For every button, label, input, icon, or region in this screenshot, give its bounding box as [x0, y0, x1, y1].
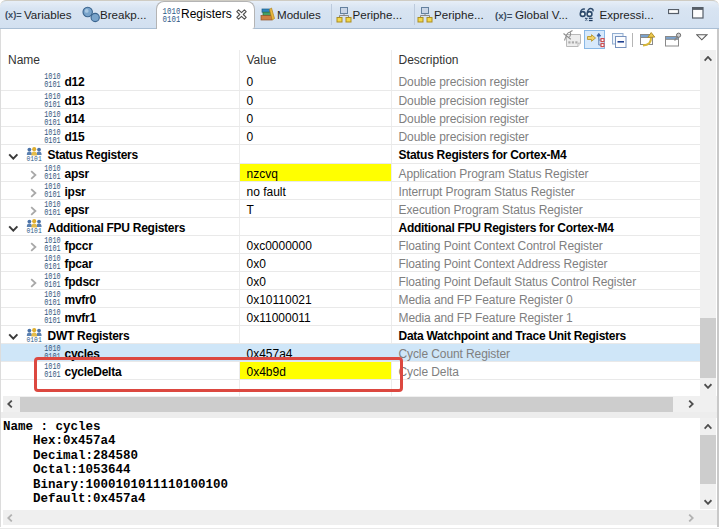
- svg-text:0101: 0101: [163, 14, 180, 23]
- svg-text:0101: 0101: [44, 297, 61, 307]
- svg-text:0101: 0101: [44, 279, 61, 289]
- svg-text:0101: 0101: [44, 135, 61, 145]
- svg-text:0101: 0101: [44, 80, 61, 90]
- svg-text:0101: 0101: [44, 99, 61, 109]
- svg-text:(x)=: (x)=: [495, 10, 513, 21]
- svg-text:0101: 0101: [44, 207, 61, 217]
- svg-text:0101: 0101: [44, 171, 61, 181]
- svg-text:(x)=: (x)=: [5, 10, 22, 20]
- svg-text:0101: 0101: [44, 117, 61, 127]
- svg-text:0101: 0101: [44, 189, 61, 199]
- svg-text:0101: 0101: [44, 261, 61, 271]
- svg-text:0101: 0101: [44, 243, 61, 253]
- svg-text:0101: 0101: [44, 315, 61, 325]
